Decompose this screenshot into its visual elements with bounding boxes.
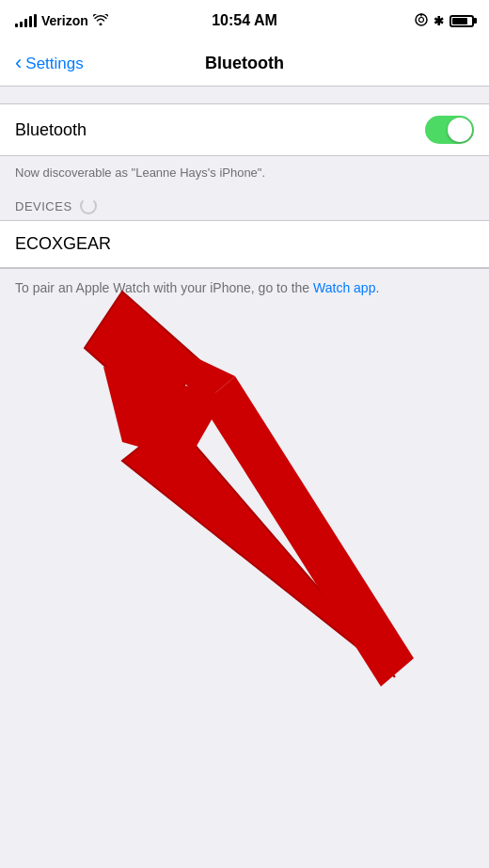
svg-marker-6 (103, 367, 226, 461)
bar2 (20, 22, 23, 27)
battery-fill (452, 18, 467, 24)
pairing-text-before: To pair an Apple Watch with your iPhone,… (15, 280, 313, 295)
pairing-section: To pair an Apple Watch with your iPhone,… (0, 268, 489, 309)
svg-marker-4 (146, 334, 235, 404)
signal-bars-icon (15, 14, 37, 27)
device-row[interactable]: ECOXGEAR (0, 220, 489, 268)
bluetooth-row: Bluetooth (0, 104, 489, 155)
carrier-label: Verizon (41, 13, 88, 28)
toggle-knob (448, 118, 472, 142)
lock-icon (415, 13, 428, 29)
page-title: Bluetooth (205, 54, 284, 73)
status-bar: Verizon 10:54 AM ✱ (0, 0, 489, 41)
pairing-text-after: . (375, 280, 379, 295)
nav-bar: ‹ Settings Bluetooth (0, 41, 489, 87)
svg-marker-5 (202, 376, 414, 687)
chevron-left-icon: ‹ (15, 53, 22, 73)
loading-spinner-icon (80, 197, 97, 214)
devices-header: DEVICES (0, 190, 489, 220)
red-arrow-shape (103, 334, 414, 687)
svg-point-1 (419, 17, 424, 22)
device-name: ECOXGEAR (15, 234, 111, 254)
status-left: Verizon (15, 13, 108, 28)
bluetooth-toggle[interactable] (425, 116, 474, 144)
watch-app-link[interactable]: Watch app (313, 280, 375, 295)
status-right: ✱ (415, 13, 474, 29)
wifi-icon (93, 13, 108, 28)
bluetooth-section: Bluetooth (0, 103, 489, 156)
bar3 (24, 19, 27, 27)
pairing-text: To pair an Apple Watch with your iPhone,… (15, 278, 474, 298)
bar4 (29, 16, 32, 27)
bar1 (15, 24, 18, 27)
bluetooth-icon: ✱ (434, 14, 444, 28)
discoverable-text: Now discoverable as "Leanne Hays's iPhon… (15, 166, 265, 180)
bluetooth-label: Bluetooth (15, 120, 87, 140)
bar5 (34, 14, 37, 27)
page: Verizon 10:54 AM ✱ (0, 0, 489, 868)
discoverable-section: Now discoverable as "Leanne Hays's iPhon… (0, 156, 489, 190)
battery-icon (450, 15, 474, 27)
section-gap-1 (0, 87, 489, 103)
status-time: 10:54 AM (212, 12, 277, 29)
devices-section-label: DEVICES (15, 199, 72, 213)
svg-marker-2 (85, 292, 395, 677)
back-label: Settings (25, 55, 83, 73)
back-button[interactable]: ‹ Settings (15, 55, 84, 73)
